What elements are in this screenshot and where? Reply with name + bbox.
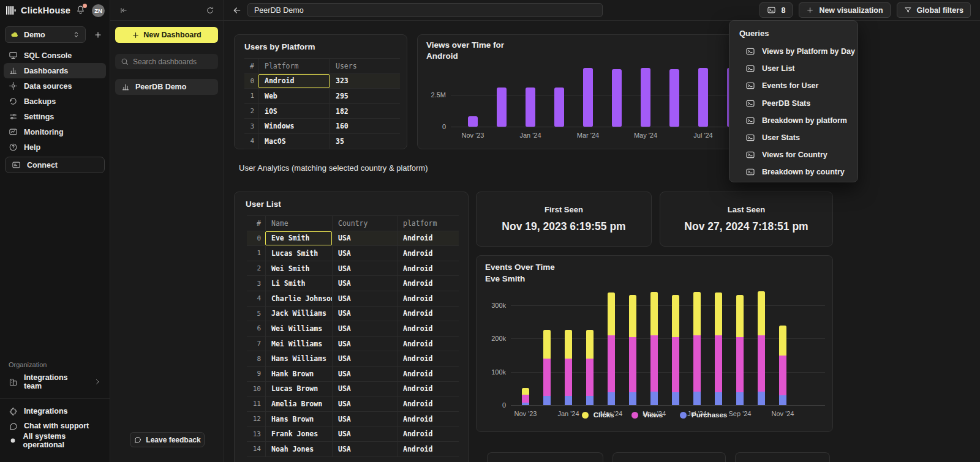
query-item-label: User Stats: [762, 133, 800, 142]
refresh-icon[interactable]: [206, 6, 214, 15]
stacked-bar[interactable]: [565, 330, 572, 405]
table-cell: Charlie Johnson: [265, 291, 332, 306]
chart-subtitle: Android: [426, 51, 458, 61]
stacked-bar[interactable]: [736, 295, 744, 405]
stacked-bar[interactable]: [543, 330, 551, 405]
global-filters-button[interactable]: Global filters: [897, 2, 971, 18]
bar[interactable]: [669, 69, 679, 127]
new-visualization-button[interactable]: New visualization: [799, 2, 890, 18]
bar-segment-clicks: [543, 330, 551, 359]
connect-button[interactable]: Connect: [5, 157, 105, 173]
sidebar-item-chat-with-support[interactable]: Chat with support: [0, 419, 110, 433]
bar[interactable]: [554, 88, 564, 127]
query-item-user-list[interactable]: User List: [739, 60, 858, 77]
stacked-bar[interactable]: [672, 295, 679, 405]
table-row[interactable]: 1Web295: [244, 89, 400, 104]
table-cell: Lucas Brown: [265, 382, 332, 397]
dashboard-canvas: Users by Platform #PlatformUsers0Android…: [224, 21, 980, 462]
stacked-bar[interactable]: [758, 291, 765, 405]
query-item-views-for-country[interactable]: Views for Country: [739, 146, 858, 163]
sidebar-item-backups[interactable]: Backups: [4, 94, 106, 109]
bar-segment-views: [565, 359, 572, 397]
query-item-views-by-platform-by-day[interactable]: Views by Platform by Day: [739, 43, 858, 60]
stacked-bar[interactable]: [608, 292, 615, 405]
table-row[interactable]: 2iOS182: [244, 104, 400, 119]
table-row[interactable]: 0Eve SmithUSAAndroid: [247, 231, 459, 247]
table-row[interactable]: 0Android323: [244, 74, 400, 89]
stacked-bar[interactable]: [650, 292, 658, 405]
bar[interactable]: [583, 68, 593, 127]
table-cell: Android: [397, 427, 459, 441]
bar[interactable]: [497, 88, 507, 127]
table-cell: 323: [330, 74, 400, 89]
table-cell: Android: [258, 74, 330, 89]
query-item-user-stats[interactable]: User Stats: [739, 129, 858, 146]
dashboard-title-input[interactable]: [247, 3, 603, 17]
table-row[interactable]: 2Wei SmithUSAAndroid: [247, 261, 459, 277]
sidebar-header: ClickHouse ZN: [0, 0, 110, 21]
table-row[interactable]: 14Noah JonesUSAAndroid: [247, 442, 459, 457]
queries-count-button[interactable]: 8: [760, 2, 793, 18]
new-dashboard-button[interactable]: New Dashboard: [115, 27, 218, 43]
sidebar-item-monitoring[interactable]: Monitoring: [4, 124, 106, 140]
leave-feedback-button[interactable]: Leave feedback: [130, 432, 205, 447]
table-row[interactable]: 4MacOS35: [244, 134, 400, 149]
dashboard-list-item-peerdb-demo[interactable]: PeerDB Demo: [115, 79, 218, 95]
query-item-breakdown-by-country[interactable]: Breakdown by country: [739, 163, 858, 181]
table-cell: Wei Smith: [265, 261, 332, 276]
table-row[interactable]: 10Lucas BrownUSAAndroid: [247, 382, 459, 397]
bar[interactable]: [612, 69, 622, 127]
stacked-bar[interactable]: [693, 292, 701, 405]
stacked-bar[interactable]: [779, 326, 786, 405]
bar[interactable]: [526, 88, 535, 127]
table-row[interactable]: 6Wei WilliamsUSAAndroid: [247, 321, 459, 337]
sidebar-item-settings[interactable]: Settings: [4, 109, 106, 124]
query-item-peerdb-stats[interactable]: PeerDB Stats: [739, 95, 858, 112]
sidebar-item-sql-console[interactable]: SQL Console: [4, 48, 106, 63]
table-cell: 9: [247, 367, 265, 381]
sidebar-item-integrations[interactable]: Integrations: [0, 404, 110, 419]
table-row[interactable]: 12Hans BrownUSAAndroid: [247, 412, 459, 427]
stacked-bar[interactable]: [586, 330, 594, 405]
table-row[interactable]: 11Amelia BrownUSAAndroid: [247, 397, 459, 412]
table-row[interactable]: 1Lucas SmithUSAAndroid: [247, 246, 459, 261]
bar[interactable]: [641, 68, 650, 127]
query-item-events-for-user[interactable]: Events for User: [739, 77, 858, 94]
bar[interactable]: [698, 68, 708, 127]
collapse-sidebar-icon[interactable]: [119, 6, 128, 15]
bar[interactable]: [468, 116, 478, 127]
sidebar-item-dashboards[interactable]: Dashboards: [4, 63, 106, 78]
legend-item-clicks[interactable]: Clicks: [582, 411, 614, 419]
table-row[interactable]: 8Hans WilliamsUSAAndroid: [247, 351, 459, 367]
sidebar-item-all-systems-operational[interactable]: All systems operational: [0, 433, 110, 448]
chart-subtitle: Eve Smith: [485, 274, 525, 283]
legend-item-views[interactable]: Views: [631, 411, 663, 419]
notifications-bell-icon[interactable]: [75, 5, 86, 16]
sidebar-item-data-sources[interactable]: Data sources: [4, 78, 106, 94]
table-row[interactable]: 3Li SmithUSAAndroid: [247, 276, 459, 291]
stacked-bar[interactable]: [522, 388, 529, 405]
back-arrow-icon[interactable]: [232, 6, 242, 15]
legend-item-purchases[interactable]: Purchases: [680, 411, 727, 419]
table-row[interactable]: 3Windows160: [244, 119, 400, 134]
sidebar-item-integrations-team[interactable]: Integrations team: [4, 374, 106, 390]
table-row[interactable]: 13Frank JonesUSAAndroid: [247, 427, 459, 442]
table-cell: Windows: [258, 119, 330, 133]
table-row[interactable]: 9Hank BrownUSAAndroid: [247, 367, 459, 382]
dashboard-search[interactable]: [115, 54, 218, 69]
service-selector[interactable]: Demo: [5, 26, 86, 43]
search-dashboards-input[interactable]: [133, 58, 213, 66]
avatar[interactable]: ZN: [92, 4, 105, 17]
table-cell: Lucas Smith: [265, 246, 332, 261]
panel-title: Users by Platform: [244, 42, 315, 51]
table-row[interactable]: 7Mei WilliamsUSAAndroid: [247, 337, 459, 352]
sidebar-item-help[interactable]: Help: [4, 140, 106, 155]
stacked-bar[interactable]: [629, 295, 636, 405]
table-row[interactable]: 5Jack WilliamsUSAAndroid: [247, 307, 459, 322]
add-service-button[interactable]: [91, 28, 105, 42]
query-item-breakdown-by-platform[interactable]: Breakdown by platform: [739, 112, 858, 129]
sidebar-item-label: Help: [24, 143, 40, 152]
table-row[interactable]: 4Charlie JohnsonUSAAndroid: [247, 291, 459, 307]
table-cell: 1: [247, 246, 265, 261]
stacked-bar[interactable]: [715, 292, 722, 405]
